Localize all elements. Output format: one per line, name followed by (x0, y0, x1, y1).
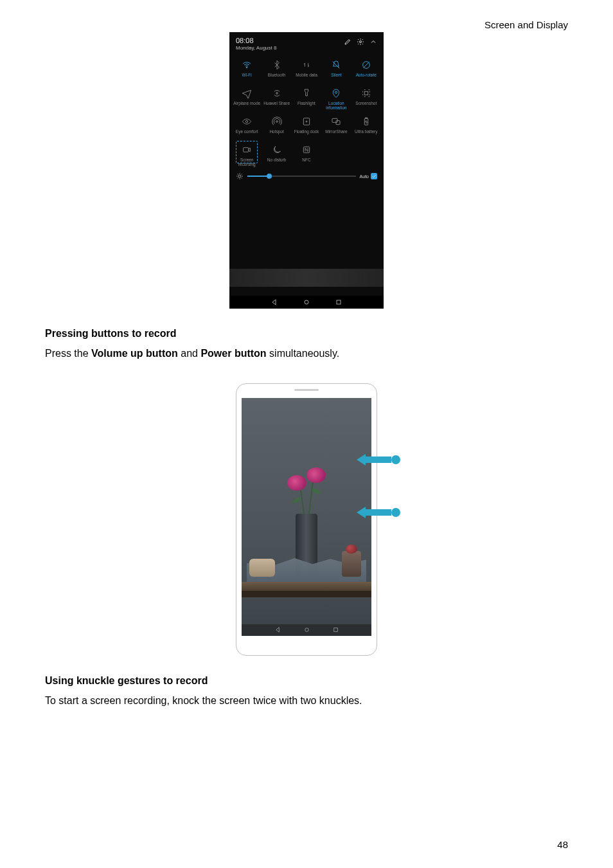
mirrorshare-icon (329, 114, 343, 129)
svg-point-7 (276, 120, 278, 122)
nav-back-icon[interactable] (271, 298, 278, 307)
qs-tile-no-disturb[interactable]: No disturb (262, 143, 291, 167)
nav-home-icon[interactable] (303, 624, 310, 636)
svg-point-21 (305, 628, 308, 632)
qs-tile-label: Hotspot (269, 130, 283, 139)
nav-home-icon[interactable] (303, 298, 310, 307)
silent-icon (329, 58, 343, 72)
floating-dock-icon (299, 114, 314, 129)
auto-rotate-icon (359, 58, 373, 72)
qs-tile-label: Wi-Fi (242, 73, 252, 82)
qs-tile-wifi[interactable]: Wi-Fi (232, 58, 262, 82)
section-heading-buttons: Pressing buttons to record (45, 328, 568, 339)
section2-body: To start a screen recording, knock the s… (45, 693, 568, 709)
qs-tile-label: Huawei Share (263, 102, 290, 111)
qs-tile-floating-dock[interactable]: Floating dock (292, 114, 321, 139)
qs-tile-location[interactable]: Location information (321, 86, 351, 111)
qs-tile-screenshot[interactable]: Screenshot (351, 86, 381, 111)
dock-strip (229, 269, 384, 287)
flower-icon (287, 475, 306, 491)
qs-tile-label: Silent (331, 73, 341, 82)
bluetooth-icon (270, 58, 284, 72)
status-time: 08:08 (236, 37, 276, 45)
section1-body: Press the Volume up button and Power but… (45, 346, 568, 361)
svg-point-0 (360, 41, 362, 43)
nfc-icon (299, 143, 314, 157)
brightness-slider[interactable] (247, 176, 356, 177)
qs-tile-huawei-share[interactable]: Huawei Share (262, 86, 291, 111)
qs-tile-nfc[interactable]: NFC (292, 143, 321, 167)
qs-tile-label: Screenshot (355, 102, 377, 111)
no-disturb-icon (270, 143, 284, 157)
phone-screen (242, 398, 371, 636)
qs-tile-bluetooth[interactable]: Bluetooth (262, 58, 291, 82)
qs-tile-label: No disturb (267, 158, 287, 167)
qs-tile-hotspot[interactable]: Hotspot (262, 114, 291, 139)
qs-tile-mirrorshare[interactable]: MirrorShare (321, 114, 351, 139)
section-heading-knuckle: Using knuckle gestures to record (45, 675, 568, 687)
ultra-battery-icon (359, 114, 373, 129)
status-date: Monday, August 8 (236, 45, 276, 51)
hotspot-icon (270, 114, 284, 129)
section1-text-pre: Press the (45, 348, 91, 359)
qs-tile-mobile-data[interactable]: Mobile data (292, 58, 321, 82)
svg-point-4 (335, 91, 337, 93)
qs-tile-label: Ultra battery (355, 130, 377, 139)
speaker-slot (294, 389, 319, 391)
qs-tile-label: MirrorShare (325, 130, 347, 139)
android-nav-bar (242, 624, 371, 636)
svg-rect-5 (364, 91, 368, 95)
wifi-icon (240, 58, 254, 72)
svg-rect-8 (303, 118, 309, 125)
arrow-to-power (357, 507, 399, 518)
phone-outline (236, 383, 377, 656)
page-number: 48 (557, 839, 568, 850)
brightness-slider-row: Auto (229, 170, 384, 181)
svg-rect-19 (337, 300, 341, 304)
svg-marker-20 (276, 628, 279, 632)
android-nav-bar (229, 296, 384, 309)
nav-recent-icon[interactable] (335, 298, 342, 307)
eye-comfort-icon (240, 114, 254, 129)
svg-rect-14 (244, 147, 249, 152)
section1-text-post: simultaneously. (267, 348, 340, 359)
nav-recent-icon[interactable] (332, 624, 339, 636)
svg-point-1 (246, 67, 247, 68)
svg-point-18 (305, 300, 308, 304)
chevron-up-icon[interactable] (369, 38, 377, 46)
qs-tile-eye-comfort[interactable]: Eye comfort (232, 114, 262, 139)
qs-tile-screen-rec[interactable]: Screen recording (232, 143, 262, 167)
nav-back-icon[interactable] (274, 624, 281, 636)
arrow-to-volume-up (357, 454, 399, 466)
svg-point-9 (306, 121, 307, 122)
quick-settings-screenshot: 08:08 Monday, August 8 Wi-FiBluetoothMob… (229, 32, 384, 309)
qs-tile-label: Mobile data (296, 73, 317, 82)
qs-tile-silent[interactable]: Silent (321, 58, 351, 82)
qs-tile-label: Flashlight (298, 102, 315, 111)
flower-icon (306, 467, 326, 483)
brightness-auto-checkbox[interactable] (371, 173, 377, 179)
svg-point-16 (238, 175, 241, 177)
location-icon (329, 86, 343, 100)
gear-icon[interactable] (357, 38, 364, 46)
mobile-data-icon (299, 58, 314, 72)
screenshot-icon (359, 86, 373, 100)
qs-tile-airplane[interactable]: Airplane mode (232, 86, 262, 111)
qs-tile-label: Auto-rotate (356, 73, 377, 82)
qs-tile-label: Airplane mode (233, 102, 260, 111)
svg-rect-13 (365, 118, 367, 118)
qs-tile-label: Eye comfort (236, 130, 258, 139)
screen-rec-icon (240, 143, 254, 157)
brightness-auto-label: Auto (360, 174, 369, 179)
svg-point-3 (276, 92, 278, 94)
qs-tile-ultra-battery[interactable]: Ultra battery (351, 114, 381, 139)
phone-side-buttons-illustration (210, 383, 403, 656)
edit-icon[interactable] (344, 38, 351, 46)
qs-tile-label: NFC (302, 158, 310, 167)
section1-bold-volume: Volume up button (91, 348, 178, 359)
qs-tile-flashlight[interactable]: Flashlight (292, 86, 321, 111)
qs-tile-label: Location information (321, 102, 351, 111)
section1-text-mid: and (178, 348, 201, 359)
page-header-right: Screen and Display (484, 19, 568, 30)
qs-tile-auto-rotate[interactable]: Auto-rotate (351, 58, 381, 82)
